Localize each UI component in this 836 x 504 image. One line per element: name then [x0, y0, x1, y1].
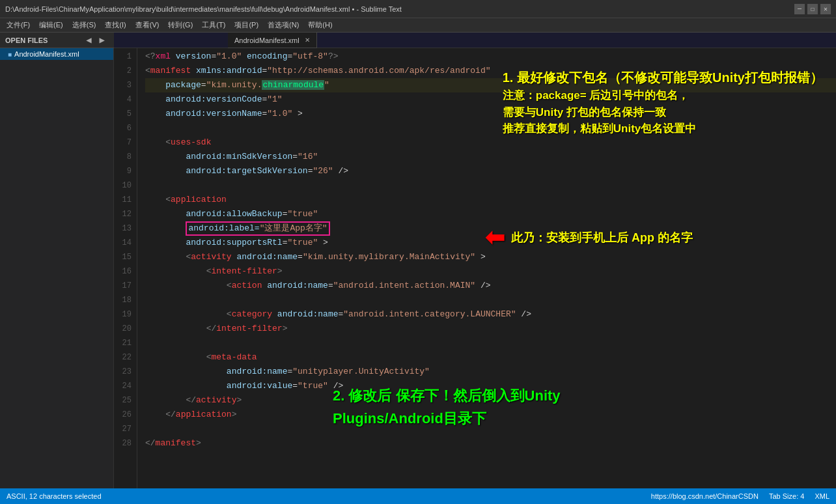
- title-text: D:\Android-Files\ChinarMyApplication\myl…: [5, 5, 402, 13]
- line-num-20: 20: [114, 322, 132, 336]
- code-line-15: <activity android:name="kim.unity.mylibr…: [145, 250, 836, 264]
- line-num-14: 14: [114, 236, 132, 250]
- status-right: https://blog.csdn.net/ChinarCSDN Tab Siz…: [651, 492, 829, 500]
- window-controls: — ☐ ✕: [794, 4, 831, 14]
- line-num-4: 4: [114, 92, 132, 107]
- code-line-7: <uses-sdk: [145, 135, 836, 150]
- line-num-28: 28: [114, 436, 132, 451]
- code-line-19: <category android:name="android.intent.c…: [145, 307, 836, 322]
- main-layout: ■ AndroidManifest.xml 1 2 3 4 5 6 7 8 9 …: [0, 48, 836, 488]
- code-line-28: </manifest>: [145, 436, 836, 451]
- file-icon: ■: [8, 51, 12, 58]
- line-num-22: 22: [114, 350, 132, 365]
- code-line-13: android:label="这里是App名字": [145, 221, 836, 236]
- status-url: https://blog.csdn.net/ChinarCSDN: [651, 492, 759, 500]
- status-tab-size: Tab Size: 4: [769, 492, 804, 500]
- line-num-6: 6: [114, 121, 132, 135]
- line-num-3: 3: [114, 78, 132, 92]
- menu-view[interactable]: 查看(V): [132, 19, 163, 31]
- close-button[interactable]: ✕: [820, 4, 831, 14]
- menu-select[interactable]: 选择(S): [68, 19, 100, 31]
- line-num-26: 26: [114, 408, 132, 422]
- code-line-21: [145, 336, 836, 350]
- line-num-23: 23: [114, 365, 132, 379]
- sidebar-nav-prev[interactable]: ◀: [82, 33, 95, 48]
- line-num-16: 16: [114, 264, 132, 279]
- line-num-13: 13: [114, 221, 132, 236]
- code-line-27: [145, 422, 836, 436]
- line-numbers: 1 2 3 4 5 6 7 8 9 10 11 12 13 14 15 16 1…: [114, 48, 137, 488]
- menu-help[interactable]: 帮助(H): [304, 19, 336, 31]
- line-num-25: 25: [114, 393, 132, 408]
- code-line-23: android:name="unityplayer.UnityActivity": [145, 365, 836, 379]
- code-line-3: package="kim.unity.chinarmodule": [145, 78, 836, 92]
- tab-bar: AndroidManifest.xml ✕: [228, 33, 317, 48]
- code-line-2: <manifest xmlns:android="http://schemas.…: [145, 64, 836, 78]
- line-num-24: 24: [114, 379, 132, 393]
- menu-prefs[interactable]: 首选项(N): [264, 19, 303, 31]
- code-line-16: <intent-filter>: [145, 264, 836, 279]
- line-num-9: 9: [114, 164, 132, 178]
- line-num-18: 18: [114, 293, 132, 307]
- code-line-8: android:minSdkVersion="16": [145, 150, 836, 164]
- status-left: ASCII, 12 characters selected: [7, 492, 102, 500]
- line-num-17: 17: [114, 279, 132, 293]
- status-bar: ASCII, 12 characters selected https://bl…: [0, 488, 836, 504]
- tab-label: AndroidManifest.xml: [234, 36, 300, 44]
- line-num-5: 5: [114, 107, 132, 121]
- code-line-17: <action android:name="android.intent.act…: [145, 279, 836, 293]
- code-line-9: android:targetSdkVersion="26" />: [145, 164, 836, 178]
- sidebar-filename: AndroidManifest.xml: [14, 50, 79, 58]
- code-line-26: </application>: [145, 408, 836, 422]
- tab-close-icon[interactable]: ✕: [305, 36, 310, 44]
- maximize-button[interactable]: ☐: [807, 4, 818, 14]
- menu-project[interactable]: 项目(P): [230, 19, 262, 31]
- menu-edit[interactable]: 编辑(E): [35, 19, 67, 31]
- menu-find[interactable]: 查找(I): [101, 19, 130, 31]
- line-num-2: 2: [114, 64, 132, 78]
- code-line-10: [145, 178, 836, 193]
- line-num-11: 11: [114, 193, 132, 207]
- line-num-15: 15: [114, 250, 132, 264]
- code-line-12: android:allowBackup="true": [145, 207, 836, 221]
- code-line-14: android:supportsRtl="true" >: [145, 236, 836, 250]
- line-num-19: 19: [114, 307, 132, 322]
- code-line-6: [145, 121, 836, 135]
- sidebar: ■ AndroidManifest.xml: [0, 48, 114, 488]
- code-line-4: android:versionCode="1": [145, 92, 836, 107]
- code-line-1: <?xml version="1.0" encoding="utf-8"?>: [145, 49, 836, 64]
- code-line-5: android:versionName="1.0" >: [145, 107, 836, 121]
- line-num-21: 21: [114, 336, 132, 350]
- code-line-22: <meta-data: [145, 350, 836, 365]
- menu-file[interactable]: 文件(F): [3, 19, 34, 31]
- code-area[interactable]: <?xml version="1.0" encoding="utf-8"?> <…: [137, 48, 836, 488]
- menu-tools[interactable]: 工具(T): [198, 19, 229, 31]
- title-bar: D:\Android-Files\ChinarMyApplication\myl…: [0, 0, 836, 18]
- code-line-18: [145, 293, 836, 307]
- line-num-7: 7: [114, 135, 132, 150]
- status-lang: XML: [815, 492, 829, 500]
- sidebar-file-androidmanifest[interactable]: ■ AndroidManifest.xml: [0, 48, 113, 60]
- sidebar-nav-next[interactable]: ▶: [96, 33, 109, 48]
- open-files-label: OPEN FILES: [5, 36, 48, 44]
- sidebar-header: OPEN FILES ◀ ▶: [0, 33, 114, 48]
- code-line-20: </intent-filter>: [145, 322, 836, 336]
- code-line-11: <application: [145, 193, 836, 207]
- line-num-12: 12: [114, 207, 132, 221]
- line-num-1: 1: [114, 49, 132, 64]
- line-num-8: 8: [114, 150, 132, 164]
- code-line-25: </activity>: [145, 393, 836, 408]
- combined-row: OPEN FILES ◀ ▶ AndroidManifest.xml ✕: [0, 33, 836, 48]
- line-num-27: 27: [114, 422, 132, 436]
- line-num-10: 10: [114, 178, 132, 193]
- menu-goto[interactable]: 转到(G): [164, 19, 197, 31]
- editor[interactable]: 1 2 3 4 5 6 7 8 9 10 11 12 13 14 15 16 1…: [114, 48, 836, 488]
- tab-androidmanifest[interactable]: AndroidManifest.xml ✕: [228, 33, 317, 48]
- code-line-24: android:value="true" />: [145, 379, 836, 393]
- minimize-button[interactable]: —: [794, 4, 805, 14]
- menu-bar: 文件(F) 编辑(E) 选择(S) 查找(I) 查看(V) 转到(G) 工具(T…: [0, 18, 836, 33]
